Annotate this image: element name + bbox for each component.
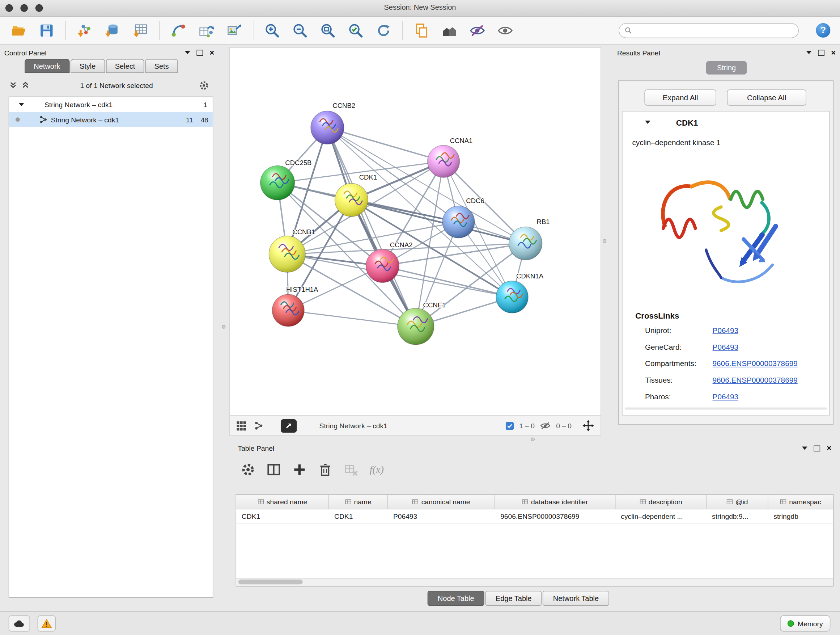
horizontal-scrollbar[interactable]	[236, 578, 833, 586]
column-header[interactable]: @id	[706, 495, 768, 509]
cloud-status-button[interactable]	[9, 616, 30, 631]
collapse-all-icon[interactable]	[10, 81, 17, 89]
panel-close-icon[interactable]: ×	[827, 446, 831, 451]
network-node[interactable]	[428, 145, 460, 177]
scrollbar-thumb[interactable]	[238, 580, 303, 584]
network-node[interactable]	[269, 236, 305, 272]
tab-node-table[interactable]: Node Table	[428, 591, 485, 606]
section-scrollbar[interactable]	[625, 407, 827, 409]
network-row-selected[interactable]: String Network – cdk1 11 48	[9, 112, 213, 127]
table-row[interactable]: CDK1 CDK1 P06493 9606.ENSP00000378699 cy…	[236, 509, 833, 524]
network-edge[interactable]	[327, 127, 416, 326]
tab-network-table[interactable]: Network Table	[543, 591, 609, 606]
panel-close-icon[interactable]: ×	[831, 50, 836, 55]
help-button[interactable]: ?	[816, 23, 830, 38]
column-header[interactable]: shared name	[236, 495, 329, 509]
new-network-from-table-button[interactable]	[197, 21, 215, 39]
delete-column-trash-icon[interactable]	[318, 463, 332, 477]
vertical-splitter-handle[interactable]	[603, 239, 606, 242]
tab-network[interactable]: Network	[25, 59, 69, 73]
panel-menu-icon[interactable]	[185, 51, 190, 54]
table-cell[interactable]: CDK1	[329, 509, 388, 524]
pan-crosshair-icon[interactable]	[583, 420, 594, 432]
network-node[interactable]	[335, 183, 368, 217]
collapse-all-button[interactable]: Collapse All	[727, 89, 806, 105]
panel-menu-icon[interactable]	[806, 51, 812, 54]
table-cell[interactable]: stringdb:9...	[706, 509, 768, 524]
vertical-splitter-handle[interactable]	[222, 325, 225, 328]
table-cell[interactable]: stringdb	[768, 509, 833, 524]
table-cell[interactable]: P06493	[388, 509, 495, 524]
network-node[interactable]	[311, 111, 344, 144]
network-node[interactable]	[509, 226, 542, 260]
disclosure-triangle-icon[interactable]	[19, 103, 24, 106]
open-session-button[interactable]	[10, 21, 28, 39]
show-eye-button[interactable]	[496, 21, 514, 39]
tab-select[interactable]: Select	[106, 59, 144, 73]
crosslink-link[interactable]: P06493	[713, 342, 738, 351]
export-image-button[interactable]	[225, 21, 243, 39]
hidden-eye-icon[interactable]	[540, 421, 551, 430]
import-network-from-database-button[interactable]	[103, 21, 122, 39]
network-collection-row[interactable]: String Network – cdk1 1	[9, 97, 213, 112]
column-header[interactable]: canonical name	[388, 495, 495, 509]
expand-all-icon[interactable]	[22, 81, 29, 89]
panel-float-icon[interactable]	[814, 445, 821, 451]
zoom-selected-button[interactable]	[347, 21, 365, 39]
network-edge[interactable]	[288, 310, 416, 326]
import-table-from-file-button[interactable]	[131, 21, 149, 39]
function-builder-button[interactable]: f(x)	[370, 464, 384, 476]
network-node[interactable]	[366, 249, 399, 283]
table-settings-gear-icon[interactable]	[241, 463, 255, 477]
horizontal-splitter-handle[interactable]	[531, 437, 535, 441]
gear-icon[interactable]	[199, 80, 209, 90]
copy-document-button[interactable]	[412, 21, 431, 39]
home-networks-button[interactable]	[440, 21, 458, 39]
network-edge[interactable]	[382, 266, 512, 297]
selected-checkbox[interactable]	[506, 422, 514, 430]
tab-sets[interactable]: Sets	[145, 59, 178, 73]
show-columns-icon[interactable]	[267, 463, 281, 477]
network-node[interactable]	[261, 166, 295, 200]
open-in-browser-button[interactable]	[281, 419, 297, 432]
crosslink-link[interactable]: P06493	[713, 393, 738, 401]
column-header[interactable]: namespac	[768, 495, 833, 509]
section-collapse-icon[interactable]	[645, 120, 651, 124]
zoom-out-button[interactable]	[291, 21, 309, 39]
column-header[interactable]: name	[329, 495, 388, 509]
table-cell[interactable]: CDK1	[236, 509, 329, 524]
panel-menu-icon[interactable]	[802, 447, 807, 450]
panel-close-icon[interactable]: ×	[210, 50, 214, 55]
tab-edge-table[interactable]: Edge Table	[485, 591, 542, 606]
crosslink-link[interactable]: P06493	[713, 326, 738, 334]
table-cell[interactable]: 9606.ENSP00000378699	[495, 509, 615, 524]
create-column-plus-icon[interactable]	[293, 463, 307, 477]
zoom-in-button[interactable]	[263, 21, 281, 39]
network-canvas[interactable]: CCNB2CCNA1CDC25BCDK1CDC6RB1CCNB1CCNA2CDK…	[229, 47, 601, 415]
refresh-layout-button[interactable]	[374, 21, 393, 39]
network-node[interactable]	[398, 308, 434, 345]
warning-button[interactable]	[38, 616, 56, 631]
import-network-from-file-button[interactable]	[76, 21, 94, 39]
results-tab-string[interactable]: String	[706, 61, 747, 74]
column-header[interactable]: description	[616, 495, 707, 509]
zoom-fit-button[interactable]	[319, 21, 337, 39]
memory-button[interactable]: Memory	[780, 616, 830, 631]
new-network-button[interactable]	[169, 21, 187, 39]
birdseye-toggle-icon[interactable]	[254, 421, 264, 431]
hide-compare-button[interactable]	[468, 21, 486, 39]
save-session-button[interactable]	[38, 21, 56, 39]
table-cell[interactable]: cyclin–dependent ...	[616, 509, 707, 524]
crosslink-link[interactable]: 9606.ENSP00000378699	[713, 359, 798, 368]
column-header[interactable]: database identifier	[495, 495, 615, 509]
panel-float-icon[interactable]	[818, 50, 825, 55]
crosslink-link[interactable]: 9606.ENSP00000378699	[713, 376, 798, 385]
network-node[interactable]	[442, 206, 475, 238]
network-node[interactable]	[496, 281, 528, 313]
panel-float-icon[interactable]	[197, 50, 203, 55]
grid-view-icon[interactable]	[236, 421, 246, 431]
tab-style[interactable]: Style	[71, 59, 105, 73]
expand-all-button[interactable]: Expand All	[644, 89, 716, 105]
search-input[interactable]	[635, 26, 793, 35]
network-edge[interactable]	[327, 127, 444, 161]
